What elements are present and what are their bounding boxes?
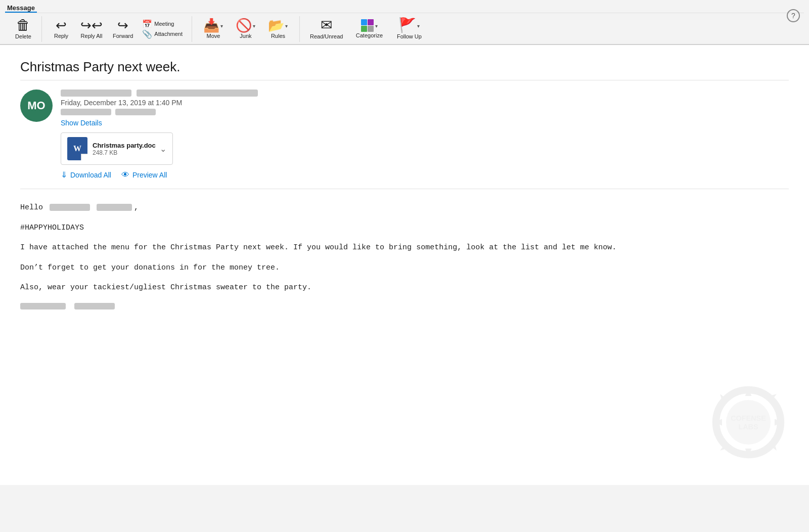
body-paragraph3: Also, wear your tackiest/ugliest Christm… [20,281,789,294]
attachment-label: Attachment [154,31,183,37]
avatar: MO [20,90,53,122]
redacted-recipient [50,204,90,211]
body-paragraph1: I have attached the menu for the Christm… [20,241,789,254]
attachment-chevron-icon[interactable]: ⌄ [160,144,166,154]
redacted-to [61,109,111,115]
ribbon-group-move: 📥 ▾ Move 🚫 ▾ Junk [192,16,300,42]
body-paragraph2: Don’t forget to get your donations in fo… [20,261,789,275]
email-body: Hello , #HAPPYHOLIDAYS I have attached t… [20,201,789,314]
junk-icon-row: 🚫 ▾ [236,19,255,33]
redacted-sig2 [74,303,115,309]
help-button[interactable]: ? [787,9,800,22]
meta-to [61,109,789,115]
meeting-label: Meeting [154,21,174,27]
meta-date: Friday, December 13, 2019 at 1:40 PM [61,99,789,107]
svg-text:LABS: LABS [738,423,758,431]
junk-label: Junk [240,33,251,39]
attachment-icon: 📎 [142,30,152,38]
categorize-button[interactable]: ▾ Categorize [349,17,389,41]
reply-all-button[interactable]: ↪↩ Reply All [76,17,107,41]
show-details-link[interactable]: Show Details [61,119,102,127]
read-unread-label: Read/Unread [310,33,343,40]
ribbon-group-tags: ✉ Read/Unread ▾ [300,16,433,42]
move-icon-row: 📥 ▾ [203,19,223,33]
body-hashtag: #HAPPYHOLIDAYS [20,221,789,235]
junk-button[interactable]: 🚫 ▾ Junk [231,17,261,41]
word-doc-icon: W [67,137,87,160]
attachment-info: Christmas party.doc 248.7 KB [93,142,156,156]
delete-button[interactable]: 🗑 Delete [11,16,35,42]
redacted-recipient2 [97,204,132,211]
forward-button[interactable]: ↪ Forward [109,17,137,41]
cofense-watermark: COFENSE LABS [708,382,789,465]
preview-all-icon: 👁 [121,170,129,180]
redacted-sender-name [61,90,131,97]
ribbon-group-delete: 🗑 Delete [5,16,42,42]
reply-all-label: Reply All [81,33,103,39]
meeting-icon: 📅 [142,20,152,28]
attachment-actions: ⇓ Download All 👁 Preview All [61,170,789,180]
junk-icon: 🚫 [236,19,252,32]
preview-all-label: Preview All [132,171,167,179]
svg-text:COFENSE: COFENSE [731,414,766,422]
meta-details: Friday, December 13, 2019 at 1:40 PM Sho… [61,90,789,180]
move-button[interactable]: 📥 ▾ Move [198,17,229,41]
junk-dropdown-arrow: ▾ [253,23,255,29]
rules-label: Rules [271,33,285,39]
follow-up-icon: 🚩 [398,18,416,32]
download-all-label: Download All [70,171,111,179]
rules-icon: 📂 [268,19,284,32]
email-area: Christmas Party next week. MO Friday, De… [0,45,809,485]
categorize-icon [361,19,374,32]
read-unread-button[interactable]: ✉ Read/Unread [306,16,347,42]
reply-all-icon: ↪↩ [80,19,103,32]
redacted-to2 [115,109,156,115]
download-all-icon: ⇓ [61,170,67,180]
email-subject: Christmas Party next week. [20,59,789,80]
delete-label: Delete [15,33,31,40]
reply-button[interactable]: ↩ Reply [48,17,74,41]
forward-icon: ↪ [117,19,128,32]
ribbon-body: 🗑 Delete ↩ Reply ↪↩ Reply All ↪ [5,13,804,44]
follow-up-label: Follow Up [397,33,422,40]
preview-all-button[interactable]: 👁 Preview All [121,170,167,180]
ribbon-group-respond: ↩ Reply ↪↩ Reply All ↪ Forward 📅 [42,16,192,42]
rules-button[interactable]: 📂 ▾ Rules [263,17,293,41]
delete-icon: 🗑 [16,18,30,32]
categorize-label: Categorize [356,32,383,39]
redacted-sig1 [20,303,66,309]
follow-up-icon-row: 🚩 ▾ [398,18,420,33]
move-dropdown: 📥 ▾ Move [198,17,229,41]
follow-up-dropdown-arrow: ▾ [417,23,420,29]
ribbon-tab-message[interactable]: Message [5,0,37,13]
respond-stack: 📅 Meeting 📎 Attachment [139,19,186,39]
follow-up-button[interactable]: 🚩 ▾ Follow Up [391,16,427,42]
attachment-area: W Christmas party.doc 248.7 KB ⌄ ⇓ [61,132,789,180]
move-icon: 📥 [203,19,219,32]
email-meta: MO Friday, December 13, 2019 at 1:40 PM … [20,90,789,189]
move-label: Move [207,33,220,39]
move-dropdown-arrow: ▾ [220,23,223,29]
categorize-icon-row: ▾ [361,19,378,32]
attachment-size: 248.7 KB [93,149,156,156]
categorize-dropdown: ▾ Categorize [349,17,389,41]
reply-icon: ↩ [56,19,67,32]
meta-from [61,90,789,97]
body-signature [20,301,789,315]
junk-dropdown: 🚫 ▾ Junk [231,17,261,41]
reply-label: Reply [54,33,68,39]
follow-up-dropdown: 🚩 ▾ Follow Up [391,16,427,42]
attachment-button[interactable]: 📎 Attachment [139,29,186,39]
rules-icon-row: 📂 ▾ [268,19,288,33]
attachment-name: Christmas party.doc [93,142,156,149]
read-unread-icon: ✉ [321,18,332,32]
svg-point-0 [716,390,781,455]
redacted-sender-email [137,90,258,97]
attachment-card[interactable]: W Christmas party.doc 248.7 KB ⌄ [61,132,173,165]
download-all-button[interactable]: ⇓ Download All [61,170,111,180]
rules-dropdown: 📂 ▾ Rules [263,17,293,41]
svg-point-1 [726,400,771,445]
ribbon: Message 🗑 Delete ↩ Reply ↪↩ R [0,0,809,45]
meeting-button[interactable]: 📅 Meeting [139,19,186,29]
forward-label: Forward [113,33,133,39]
